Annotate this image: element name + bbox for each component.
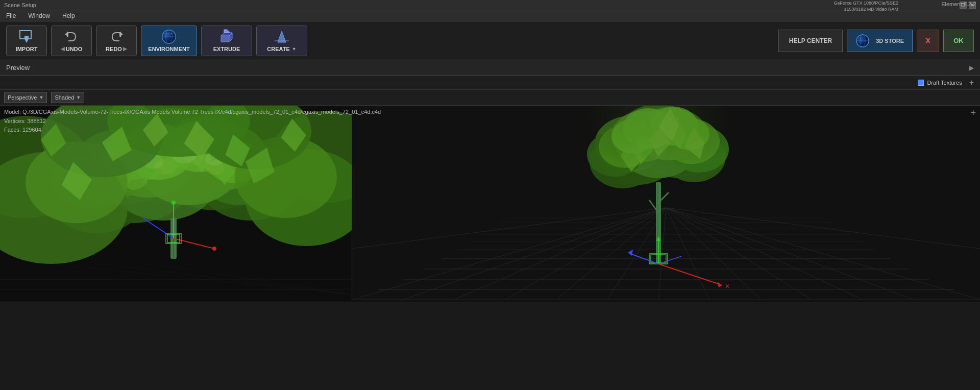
projection-select[interactable]: Perspective ▼ bbox=[4, 92, 47, 103]
svg-rect-16 bbox=[275, 40, 289, 41]
undo-icon bbox=[63, 30, 80, 44]
viewport-controls-bar: Perspective ▼ Shaded ▼ bbox=[0, 90, 980, 106]
draft-textures-label: Draft Textures bbox=[927, 80, 962, 86]
extrude-icon bbox=[218, 30, 235, 44]
left-viewport-svg bbox=[0, 106, 352, 300]
undo-label: ◀ UNDO bbox=[61, 46, 82, 52]
redo-icon bbox=[108, 30, 125, 44]
faces-info: Faces: 129604 bbox=[4, 126, 381, 135]
titlebar-left: Scene Setup bbox=[4, 2, 36, 8]
globe-icon bbox=[161, 30, 177, 44]
gpu-info: GeForce GTX 1080/PCIe/SSE2 1153/8192 MB … bbox=[834, 0, 898, 12]
gpu-line2: 1153/8192 MB Video RAM bbox=[834, 7, 898, 13]
right-viewport-svg: ✕ bbox=[352, 106, 980, 300]
svg-point-58 bbox=[212, 247, 216, 251]
undo-button[interactable]: ◀ UNDO bbox=[51, 26, 92, 56]
extrude-label: EXTRUDE bbox=[213, 46, 240, 52]
vertices-info: Vertices: 388812 bbox=[4, 117, 381, 126]
element-version: Element 2.2.2 bbox=[941, 1, 976, 7]
svg-rect-2 bbox=[24, 36, 29, 39]
3d-store-label: 3D STORE bbox=[876, 38, 904, 44]
corner-plus-header[interactable]: + bbox=[969, 78, 974, 87]
shading-dropdown-icon: ▼ bbox=[76, 95, 81, 100]
create-icon bbox=[274, 30, 290, 44]
window-title: Scene Setup bbox=[4, 2, 36, 8]
extrude-button[interactable]: EXTRUDE bbox=[201, 26, 252, 56]
store-globe-icon bbox=[855, 34, 870, 48]
import-icon bbox=[18, 30, 35, 44]
viewport-expand-button[interactable]: + bbox=[970, 108, 976, 118]
preview-expand-button[interactable]: ▶ bbox=[969, 64, 974, 71]
create-label: CREATE ▼ bbox=[267, 46, 296, 52]
svg-point-56 bbox=[172, 201, 176, 205]
viewport-left[interactable] bbox=[0, 106, 352, 302]
draft-textures-bar: Draft Textures + bbox=[0, 76, 980, 90]
model-info: Model: Q:/3D/CGAxis-Models-Volume-72-Tre… bbox=[4, 108, 381, 135]
x-button[interactable]: X bbox=[917, 30, 939, 52]
toolbar-right: HELP CENTER 3D STORE X OK bbox=[778, 30, 974, 52]
svg-marker-1 bbox=[24, 39, 29, 43]
import-label: IMPORT bbox=[16, 46, 38, 52]
create-button[interactable]: CREATE ▼ bbox=[256, 26, 307, 56]
projection-value: Perspective bbox=[8, 94, 37, 101]
viewport-area[interactable]: Model: Q:/3D/CGAxis-Models-Volume-72-Tre… bbox=[0, 106, 980, 302]
svg-text:✕: ✕ bbox=[725, 283, 730, 290]
ok-button[interactable]: OK bbox=[943, 30, 974, 52]
redo-label: REDO ▶ bbox=[106, 46, 127, 52]
draft-textures-checkbox[interactable] bbox=[918, 80, 924, 86]
menu-window[interactable]: Window bbox=[26, 11, 52, 20]
import-button[interactable]: IMPORT bbox=[6, 26, 47, 56]
menubar: File Window Help bbox=[0, 10, 980, 21]
shading-value: Shaded bbox=[55, 94, 74, 101]
titlebar: Scene Setup GeForce GTX 1080/PCIe/SSE2 1… bbox=[0, 0, 980, 10]
3d-store-button[interactable]: 3D STORE bbox=[847, 30, 913, 52]
preview-label: Preview bbox=[6, 64, 30, 71]
gpu-line1: GeForce GTX 1080/PCIe/SSE2 bbox=[834, 1, 898, 7]
preview-bar: Preview ▶ bbox=[0, 60, 980, 76]
environment-label: ENVIRONMENT bbox=[148, 46, 189, 52]
menu-help[interactable]: Help bbox=[60, 11, 77, 20]
svg-marker-13 bbox=[224, 30, 230, 33]
menu-file[interactable]: File bbox=[4, 11, 18, 20]
help-center-button[interactable]: HELP CENTER bbox=[778, 30, 843, 52]
model-path: Model: Q:/3D/CGAxis-Models-Volume-72-Tre… bbox=[4, 108, 381, 117]
toolbar: IMPORT ◀ UNDO REDO ▶ bbox=[0, 21, 980, 60]
redo-button[interactable]: REDO ▶ bbox=[96, 26, 137, 56]
projection-dropdown-icon: ▼ bbox=[39, 95, 43, 100]
viewport-right[interactable]: ✕ bbox=[352, 106, 980, 302]
environment-button[interactable]: ENVIRONMENT bbox=[141, 26, 197, 56]
viewports-container: ✕ bbox=[0, 106, 980, 302]
shading-select[interactable]: Shaded ▼ bbox=[51, 92, 84, 103]
svg-rect-10 bbox=[221, 36, 229, 42]
